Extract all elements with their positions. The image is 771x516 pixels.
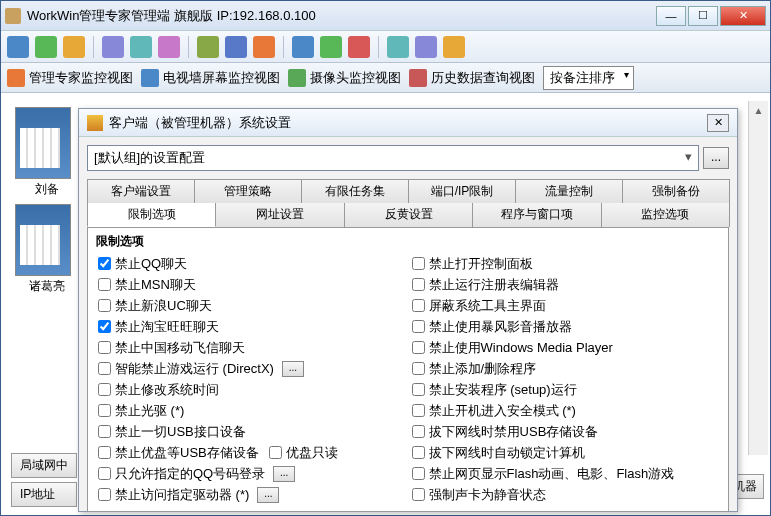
sort-dropdown[interactable]: 按备注排序	[543, 66, 634, 90]
option-checkbox[interactable]	[98, 278, 111, 291]
option-label: 拔下网线时禁用USB存储设备	[429, 423, 599, 441]
toolbar-icon-15[interactable]	[443, 36, 465, 58]
toolbar-icon-4[interactable]	[102, 36, 124, 58]
option-checkbox[interactable]	[412, 320, 425, 333]
toolbar-icon-2[interactable]	[35, 36, 57, 58]
view-camera[interactable]: 摄像头监控视图	[288, 69, 401, 87]
option-checkbox[interactable]	[98, 383, 111, 396]
option-checkbox[interactable]	[412, 404, 425, 417]
settings-icon	[87, 115, 103, 131]
option-checkbox[interactable]	[98, 257, 111, 270]
tab-lan[interactable]: 局域网中	[11, 453, 77, 478]
close-button[interactable]: ✕	[720, 6, 766, 26]
toolbar-icon-6[interactable]	[158, 36, 180, 58]
option-label: 禁止网页显示Flash动画、电影、Flash游戏	[429, 465, 675, 483]
option-checkbox[interactable]	[98, 341, 111, 354]
restriction-option: 拔下网线时自动锁定计算机	[412, 442, 712, 463]
restriction-option: 强制声卡为静音状态	[412, 484, 712, 505]
option-checkbox[interactable]	[98, 404, 111, 417]
restriction-option: 禁止打开控制面板	[412, 253, 712, 274]
toolbar-icon-10[interactable]	[292, 36, 314, 58]
option-checkbox[interactable]	[98, 467, 111, 480]
restriction-option: 禁止访问指定驱动器 (*)...	[98, 484, 398, 505]
option-label: 优盘只读	[286, 444, 338, 462]
maximize-button[interactable]: ☐	[688, 6, 718, 26]
tab-ip[interactable]: IP地址	[11, 482, 77, 507]
option-checkbox[interactable]	[412, 299, 425, 312]
app-icon	[5, 8, 21, 24]
window-buttons: — ☐ ✕	[656, 6, 766, 26]
option-checkbox[interactable]	[98, 425, 111, 438]
option-checkbox[interactable]	[269, 446, 282, 459]
option-checkbox[interactable]	[98, 362, 111, 375]
view-expert[interactable]: 管理专家监控视图	[7, 69, 133, 87]
toolbar-icon-3[interactable]	[63, 36, 85, 58]
option-checkbox[interactable]	[412, 362, 425, 375]
option-checkbox[interactable]	[412, 278, 425, 291]
option-checkbox[interactable]	[412, 383, 425, 396]
config-group-select[interactable]: [默认组]的设置配置	[87, 145, 699, 171]
option-checkbox[interactable]	[98, 446, 111, 459]
toolbar-icon-14[interactable]	[415, 36, 437, 58]
view-tvwall[interactable]: 电视墙屏幕监控视图	[141, 69, 280, 87]
toolbar-icon-8[interactable]	[225, 36, 247, 58]
minimize-button[interactable]: —	[656, 6, 686, 26]
toolbar-icon-11[interactable]	[320, 36, 342, 58]
panel-title: 限制选项	[88, 230, 728, 253]
restriction-option: 禁止MSN聊天	[98, 274, 398, 295]
tab-端口/IP限制[interactable]: 端口/IP限制	[408, 179, 516, 203]
toolbar-icon-12[interactable]	[348, 36, 370, 58]
tab-网址设置[interactable]: 网址设置	[215, 203, 344, 227]
client-name: 诸葛亮	[5, 278, 81, 295]
tab-客户端设置[interactable]: 客户端设置	[87, 179, 195, 203]
option-checkbox[interactable]	[98, 299, 111, 312]
option-more-button[interactable]: ...	[257, 487, 279, 503]
restriction-option: 禁止一切USB接口设备	[98, 421, 398, 442]
client-thumb[interactable]	[15, 204, 71, 276]
restriction-option: 禁止优盘等USB存储设备优盘只读	[98, 442, 398, 463]
restriction-option: 拔下网线时禁用USB存储设备	[412, 421, 712, 442]
toolbar-icon-5[interactable]	[130, 36, 152, 58]
toolbar-icon-9[interactable]	[253, 36, 275, 58]
right-scrollbar[interactable]: ▲	[748, 101, 768, 455]
option-label: 禁止安装程序 (setup)运行	[429, 381, 577, 399]
tab-管理策略[interactable]: 管理策略	[194, 179, 302, 203]
option-label: 禁止运行注册表编辑器	[429, 276, 559, 294]
view-label: 摄像头监控视图	[310, 69, 401, 87]
option-checkbox[interactable]	[412, 425, 425, 438]
restriction-option: 禁止QQ聊天	[98, 253, 398, 274]
dialog-close-button[interactable]: ✕	[707, 114, 729, 132]
option-checkbox[interactable]	[412, 341, 425, 354]
tab-流量控制[interactable]: 流量控制	[515, 179, 623, 203]
option-checkbox[interactable]	[98, 488, 111, 501]
restriction-option: 禁止光驱 (*)	[98, 400, 398, 421]
option-checkbox[interactable]	[98, 320, 111, 333]
toolbar-icon-13[interactable]	[387, 36, 409, 58]
restriction-option: 禁止安装程序 (setup)运行	[412, 379, 712, 400]
tab-强制备份[interactable]: 强制备份	[622, 179, 730, 203]
tab-限制选项[interactable]: 限制选项	[87, 203, 216, 227]
scroll-up-icon[interactable]: ▲	[754, 105, 764, 116]
tab-有限任务集[interactable]: 有限任务集	[301, 179, 409, 203]
option-checkbox[interactable]	[412, 257, 425, 270]
view-history[interactable]: 历史数据查询视图	[409, 69, 535, 87]
toolbar-icon-1[interactable]	[7, 36, 29, 58]
toolbar-icon-7[interactable]	[197, 36, 219, 58]
option-more-button[interactable]: ...	[282, 361, 304, 377]
restriction-option: 智能禁止游戏运行 (DirectX)...	[98, 358, 398, 379]
tab-反黄设置[interactable]: 反黄设置	[344, 203, 473, 227]
config-more-button[interactable]: ...	[703, 147, 729, 169]
client-thumb[interactable]	[15, 107, 71, 179]
option-label: 禁止优盘等USB存储设备	[115, 444, 259, 462]
option-label: 禁止QQ聊天	[115, 255, 187, 273]
tab-监控选项[interactable]: 监控选项	[601, 203, 730, 227]
option-checkbox[interactable]	[412, 488, 425, 501]
tab-程序与窗口项[interactable]: 程序与窗口项	[472, 203, 601, 227]
option-checkbox[interactable]	[412, 446, 425, 459]
toolbar-sep	[283, 36, 284, 58]
restriction-option: 禁止开机进入安全模式 (*)	[412, 400, 712, 421]
client-name: 刘备	[5, 181, 81, 198]
option-checkbox[interactable]	[412, 467, 425, 480]
option-more-button[interactable]: ...	[273, 466, 295, 482]
dialog-titlebar: 客户端（被管理机器）系统设置 ✕	[79, 109, 737, 137]
